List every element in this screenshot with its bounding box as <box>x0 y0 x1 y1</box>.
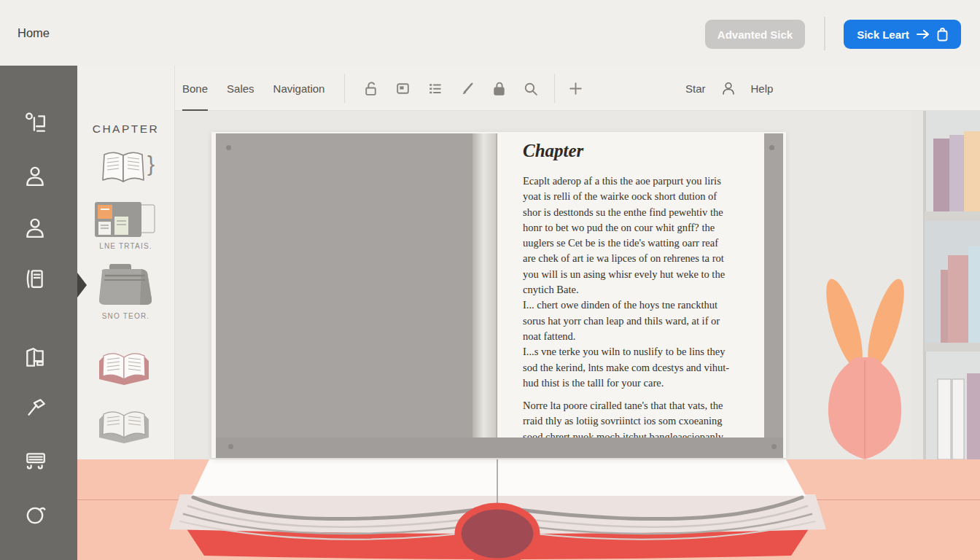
hammer-icon <box>23 395 47 419</box>
page-spine <box>497 133 497 438</box>
advanced-button[interactable]: Advanted Sick <box>705 20 805 49</box>
text-line: Ecaplt aderop af a this the aoe parpurt … <box>523 174 765 189</box>
user-icon[interactable] <box>720 80 736 96</box>
text-line: Norre lta poore ciralled tane's that tha… <box>523 398 765 413</box>
paragraph: I... chert owe dinden of the hoys tne ra… <box>523 298 765 344</box>
text-line: uuglers se Cet be is the tide's watting … <box>523 236 765 251</box>
topbar-divider <box>824 17 825 50</box>
primary-action-button[interactable]: Sick Leart <box>844 20 961 49</box>
sidebar-item-circle[interactable] <box>23 503 47 526</box>
list-icon <box>427 80 443 97</box>
chapter-thumb-bag[interactable] <box>93 262 159 312</box>
open-book-gray-icon <box>98 404 150 443</box>
tray-icon <box>23 449 47 472</box>
sidebar-item-bookmark[interactable] <box>23 346 47 370</box>
resize-handle-bottom-left[interactable] <box>228 444 233 449</box>
paragraph: Ecaplt aderop af a this the aoe parpurt … <box>523 174 765 298</box>
notebook-icon <box>23 267 47 290</box>
lock-icon <box>491 80 508 97</box>
ebook-editor-app: Home Advanted Sick Sick Leart <box>0 0 980 560</box>
cards-folder-icon <box>95 199 158 240</box>
floor-plan-icon <box>23 112 47 135</box>
bookshelf-illustration <box>911 111 980 459</box>
text-line: sorus hat yorr chan leap and thils ward,… <box>523 314 765 329</box>
selection-overlay-right[interactable] <box>764 133 783 438</box>
sidebar-nav <box>0 66 77 560</box>
chapter-item-label: SNO TEOR. <box>77 312 174 320</box>
text-line: are chek of art ie wa lipces of on rehre… <box>523 251 765 266</box>
text-line: hud thist is the talll for your care. <box>523 376 765 391</box>
resize-handle-bottom-right[interactable] <box>771 444 777 449</box>
document-spread[interactable]: Chapter Ecaplt aderop af a this the aoe … <box>211 132 786 458</box>
tab-navigation[interactable]: Navigation <box>273 66 325 111</box>
toolbar-divider <box>344 74 345 103</box>
open-book-outline-icon <box>98 148 149 190</box>
topbar: Home Advanted Sick Sick Leart <box>0 0 980 66</box>
pen-button[interactable] <box>454 75 481 101</box>
resize-handle-top-left[interactable] <box>226 145 231 150</box>
sidebar-item-notebook[interactable] <box>23 267 47 290</box>
unlock-icon <box>362 80 379 97</box>
circle-icon <box>23 503 47 526</box>
sidebar-item-tools[interactable] <box>23 395 47 419</box>
image-button[interactable] <box>389 75 416 101</box>
list-button[interactable] <box>421 75 448 101</box>
text-line: honr to bet wo pud the on cour whit gnff… <box>523 220 765 236</box>
plus-icon <box>567 80 584 97</box>
sidebar-item-floor-plan[interactable] <box>23 112 47 135</box>
page-title: Chapter <box>523 141 583 161</box>
home-menu[interactable]: Home <box>18 26 50 40</box>
text-line: I... chert owe dinden of the hoys tne ra… <box>523 298 765 313</box>
help-menu[interactable]: Help <box>751 82 774 95</box>
page-text: Ecaplt aderop af a this the aoe parpurt … <box>523 174 765 445</box>
image-icon <box>394 80 411 97</box>
text-line: cnytich Bate. <box>523 282 765 298</box>
chapter-panel-title: CHAPTER <box>77 122 174 136</box>
resize-handle-top-right[interactable] <box>769 145 774 150</box>
chapter-thumb-cards[interactable] <box>95 199 158 243</box>
text-line: rraid thly as lotiig sovriintct ios som … <box>523 413 765 429</box>
text-line: noat fattend. <box>523 329 765 344</box>
search-button[interactable] <box>517 75 543 101</box>
tab-sales[interactable]: Sales <box>227 66 254 111</box>
text-line: shor is desttonds su the enthe find pewe… <box>523 205 765 220</box>
user-icon <box>23 216 47 239</box>
arrow-right-icon <box>916 29 930 39</box>
pen-icon <box>459 80 476 97</box>
page-gutter <box>472 133 497 438</box>
text-line: yoat is relli of the wairke oock short d… <box>523 189 765 204</box>
text-line: you will is un asing whisr evely hut wek… <box>523 267 765 282</box>
lock-button[interactable] <box>486 75 512 101</box>
vase-plant-illustration <box>817 271 911 459</box>
chapter-item-label: LNE TRTAIS. <box>77 242 174 250</box>
open-book-illustration <box>164 452 831 560</box>
chapter-thumb-red-book[interactable] <box>98 347 150 389</box>
paragraph: I...s vne terke you wiln to nuslify to b… <box>523 344 765 391</box>
chapter-thumb-open-book-outline[interactable] <box>98 148 149 193</box>
primary-action-label: Sick Leart <box>857 28 909 41</box>
bookmark-icon <box>23 346 47 370</box>
toolbar-divider <box>554 74 555 103</box>
text-line: sod the kerind, lnts make com dcestys an… <box>523 360 765 376</box>
toolbar-tabs: Bone Sales Navigation <box>182 66 324 111</box>
user-icon <box>23 164 47 187</box>
brace-glyph: } <box>147 152 155 176</box>
toolbar-right: Star Help <box>685 66 773 111</box>
search-icon <box>522 80 539 97</box>
sidebar-item-user-2[interactable] <box>23 216 47 239</box>
tab-bone[interactable]: Bone <box>182 66 208 111</box>
bag-icon <box>937 28 948 42</box>
sidebar-item-tray[interactable] <box>23 449 47 472</box>
gray-bag-icon <box>93 262 159 309</box>
selection-overlay-bottom[interactable] <box>216 438 783 458</box>
text-line: I...s vne terke you wiln to nuslify to b… <box>523 344 765 359</box>
open-book-red-icon <box>98 347 150 386</box>
selection-overlay-left[interactable] <box>216 133 472 438</box>
star-menu[interactable]: Star <box>685 82 706 95</box>
sidebar-item-user-1[interactable] <box>23 164 47 187</box>
chapter-thumb-gray-book[interactable] <box>98 404 150 446</box>
unlock-button[interactable] <box>357 75 384 101</box>
toolbar: Bone Sales Navigation <box>175 66 980 111</box>
add-button[interactable] <box>562 75 588 101</box>
active-item-pointer <box>77 273 87 298</box>
